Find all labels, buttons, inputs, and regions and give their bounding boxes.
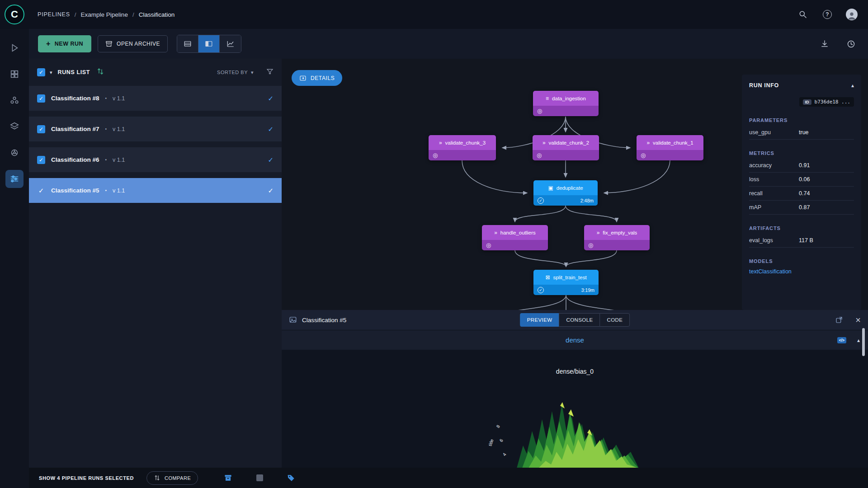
logo-letter: C bbox=[11, 9, 18, 20]
expand-panel-icon[interactable] bbox=[833, 314, 845, 326]
run-name: Classification #8 bbox=[51, 95, 99, 102]
run-row-selected[interactable]: ✓ Classification #5 • v 1.1 ✓ bbox=[29, 178, 282, 203]
open-archive-button[interactable]: OPEN ARCHIVE bbox=[98, 35, 168, 52]
select-all-checkbox[interactable]: ✓ bbox=[37, 68, 45, 76]
nav-hyper-datasets-icon[interactable] bbox=[5, 91, 24, 109]
metric-value: 0.87 bbox=[799, 204, 810, 211]
run-version: v 1.1 bbox=[113, 188, 125, 194]
pipeline-node[interactable]: ≡data_ingestion ◎ bbox=[533, 91, 599, 116]
run-checkbox[interactable]: ✓ bbox=[37, 94, 45, 103]
help-icon[interactable]: ? bbox=[821, 8, 834, 21]
run-row[interactable]: ✓ Classification #7 • v 1.1 ✓ bbox=[29, 117, 282, 141]
plot-area: dense/bias_0 8 6 4 title bbox=[282, 350, 868, 468]
filter-icon[interactable] bbox=[266, 68, 274, 77]
model-link[interactable]: textClassification bbox=[749, 268, 854, 275]
nav-reports-icon[interactable] bbox=[5, 117, 24, 136]
run-checkbox[interactable]: ✓ bbox=[37, 187, 45, 195]
new-run-button[interactable]: + NEW RUN bbox=[38, 35, 91, 52]
parameter-row: use_gpu true bbox=[749, 126, 854, 140]
artifact-row: eval_logs 117 B bbox=[749, 234, 854, 248]
dot-separator: • bbox=[105, 127, 107, 131]
tab-preview[interactable]: PREVIEW bbox=[520, 313, 559, 327]
pipeline-node[interactable]: »validate_chunk_3 ◎ bbox=[429, 135, 496, 160]
node-label: validate_chunk_1 bbox=[653, 140, 693, 145]
collapse-section-icon[interactable]: ▴ bbox=[857, 337, 860, 343]
dedup-node-icon: ▣ bbox=[548, 185, 553, 191]
cached-status-icon: ◎ bbox=[537, 108, 542, 114]
view-mode-switch bbox=[177, 35, 241, 53]
abort-selected-icon[interactable] bbox=[253, 472, 266, 484]
preview-panel: Classification #5 PREVIEW CONSOLE CODE ×… bbox=[282, 310, 868, 468]
run-status-check-icon: ✓ bbox=[268, 187, 274, 195]
code-view-icon[interactable]: </> bbox=[837, 337, 846, 343]
pipeline-node[interactable]: »handle_outliers ◎ bbox=[482, 225, 548, 250]
metric-value: 0.74 bbox=[799, 190, 810, 197]
compare-button[interactable]: COMPARE bbox=[146, 471, 198, 485]
metric-section-actions: </> ▴ bbox=[837, 337, 860, 343]
axis-tick: 8 bbox=[495, 424, 501, 429]
runs-list-header: ✓ ▾ RUNS LIST SORTED BY ▾ bbox=[29, 59, 282, 86]
cached-status-icon: ◎ bbox=[588, 242, 593, 249]
chart-view-button[interactable] bbox=[220, 35, 241, 52]
metric-value: 0.91 bbox=[799, 162, 810, 169]
actions-toolbar: + NEW RUN OPEN ARCHIVE bbox=[29, 29, 868, 59]
avatar-icon bbox=[846, 9, 858, 20]
scrollbar-thumb[interactable] bbox=[862, 328, 865, 356]
new-run-label: NEW RUN bbox=[55, 41, 83, 47]
nav-pipelines-icon[interactable] bbox=[5, 170, 24, 188]
metric-section-bar[interactable]: dense </> ▴ bbox=[282, 330, 868, 350]
details-button[interactable]: DETAILS bbox=[292, 70, 342, 86]
node-label: split_train_test bbox=[553, 275, 586, 280]
tab-console[interactable]: CONSOLE bbox=[559, 313, 599, 327]
run-id-badge[interactable]: ID b736de18 ... bbox=[799, 97, 854, 107]
collapse-chevron-icon[interactable]: ▴ bbox=[851, 82, 854, 89]
chevron-down-icon[interactable]: ▾ bbox=[50, 70, 52, 75]
compare-icon bbox=[154, 474, 160, 481]
validate-node-icon: » bbox=[439, 140, 442, 146]
sorted-by-dropdown[interactable]: SORTED BY ▾ bbox=[217, 70, 254, 75]
download-icon[interactable] bbox=[818, 38, 831, 50]
pipeline-node[interactable]: »validate_chunk_2 ◎ bbox=[533, 135, 599, 160]
pipeline-node[interactable]: ▣deduplicate ✓2:48m bbox=[533, 180, 598, 206]
app-logo[interactable]: C bbox=[5, 5, 24, 24]
split-view-button[interactable] bbox=[198, 35, 220, 52]
metric-row: recall 0.74 bbox=[749, 187, 854, 201]
breadcrumb-project[interactable]: Example Pipeline bbox=[81, 11, 128, 18]
nav-sidebar bbox=[0, 29, 29, 488]
runs-list-title: RUNS LIST bbox=[58, 69, 90, 75]
surface-plot[interactable]: 8 6 4 title bbox=[485, 378, 657, 468]
check-icon: ✓ bbox=[38, 187, 44, 195]
tag-selected-icon[interactable] bbox=[285, 472, 297, 484]
breadcrumb-pipelines[interactable]: PIPELINES bbox=[38, 11, 70, 18]
cached-status-icon: ◎ bbox=[486, 242, 491, 249]
pipeline-node[interactable]: ⊠split_train_test ✓3:19m bbox=[533, 270, 599, 295]
dot-separator: • bbox=[105, 96, 107, 101]
close-icon[interactable]: × bbox=[855, 315, 861, 324]
cached-status-icon: ◎ bbox=[641, 152, 646, 159]
run-info-title: RUN INFO bbox=[749, 82, 779, 89]
tab-code[interactable]: CODE bbox=[600, 313, 630, 327]
archive-selected-icon[interactable] bbox=[222, 472, 234, 484]
run-checkbox[interactable]: ✓ bbox=[37, 125, 45, 133]
validate-node-icon: » bbox=[597, 230, 600, 236]
workers-icon[interactable] bbox=[844, 38, 857, 50]
pipeline-node[interactable]: »fix_empty_vals ◎ bbox=[584, 225, 650, 250]
search-icon[interactable] bbox=[797, 8, 809, 21]
run-row[interactable]: ✓ Classification #8 • v 1.1 ✓ bbox=[29, 86, 282, 111]
run-row[interactable]: ✓ Classification #6 • v 1.1 ✓ bbox=[29, 147, 282, 172]
user-avatar[interactable] bbox=[845, 8, 858, 21]
axis-label: title bbox=[487, 438, 494, 447]
run-checkbox[interactable]: ✓ bbox=[37, 156, 45, 164]
completed-status-icon: ✓ bbox=[538, 197, 544, 204]
nav-models-icon[interactable] bbox=[5, 144, 24, 162]
nav-projects-icon[interactable] bbox=[5, 39, 24, 57]
artifact-size: 117 B bbox=[799, 237, 813, 244]
nav-datasets-icon[interactable] bbox=[5, 65, 24, 83]
node-label: handle_outliers bbox=[500, 230, 536, 235]
table-view-button[interactable] bbox=[177, 35, 198, 52]
breadcrumb-pipeline[interactable]: Classification bbox=[139, 11, 175, 18]
data-ingestion-icon: ≡ bbox=[546, 95, 549, 102]
sort-toggle-icon[interactable] bbox=[96, 67, 104, 77]
metric-value: 0.06 bbox=[799, 176, 810, 183]
pipeline-node[interactable]: »validate_chunk_1 ◎ bbox=[637, 135, 703, 160]
